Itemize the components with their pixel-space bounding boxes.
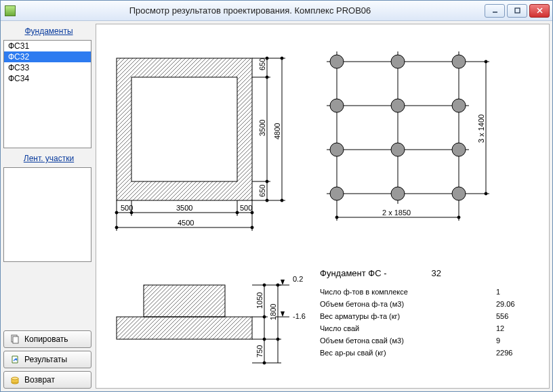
results-icon: [9, 354, 20, 365]
svg-point-63: [485, 192, 487, 195]
info-row: Число свай 12: [320, 324, 537, 332]
svg-rect-10: [131, 77, 237, 181]
list-item[interactable]: ФС33: [4, 62, 91, 73]
info-value: 12: [496, 324, 537, 332]
dim-side-r: 500: [240, 204, 252, 212]
dim-bot-gap: 650: [258, 185, 266, 197]
svg-point-33: [281, 57, 283, 60]
info-value: 1: [496, 288, 537, 296]
info-row: Вес ар-ры свай (кг) 2296: [320, 349, 537, 357]
info-label: Объем бетона ф-та (м3): [320, 300, 404, 308]
sidebar-spacer: [3, 265, 91, 328]
svg-point-34: [281, 199, 283, 202]
svg-point-44: [452, 55, 466, 68]
dim-outer-w: 4500: [178, 219, 194, 227]
svg-point-14: [115, 226, 118, 229]
copy-label: Копировать: [24, 334, 68, 344]
info-value: 556: [496, 312, 537, 320]
svg-point-19: [115, 211, 118, 214]
sec-top-lvl: 0.2: [293, 275, 303, 283]
foundations-list[interactable]: ФС31 ФС32 ФС33 ФС34: [3, 40, 91, 148]
info-label: Число свай: [320, 324, 359, 332]
lent-list[interactable]: [3, 167, 91, 262]
back-button[interactable]: Возврат: [3, 371, 91, 389]
svg-point-74: [263, 284, 266, 286]
info-title: Фундамент ФС - 32: [320, 268, 537, 278]
svg-rect-1: [515, 8, 520, 13]
minimize-icon: [491, 7, 499, 14]
info-row: Объем бетона ф-та (м3) 29.06: [320, 300, 537, 308]
list-item[interactable]: ФС31: [4, 41, 91, 51]
dim-side-l: 500: [121, 204, 133, 212]
svg-point-53: [452, 187, 466, 200]
svg-point-76: [263, 338, 266, 341]
info-row: Объем бетона свай (м3) 9: [320, 336, 537, 345]
sidebar: Фундаменты ФС31 ФС32 ФС33 ФС34 Лент. уча…: [3, 24, 93, 389]
svg-rect-64: [144, 285, 225, 317]
svg-point-8: [12, 377, 18, 380]
dim-outer-h: 4800: [273, 123, 281, 139]
maximize-icon: [514, 7, 521, 14]
minimize-button[interactable]: [485, 4, 505, 18]
info-title-prefix: Фундамент ФС -: [320, 268, 387, 278]
app-window: Просмотр результатов проектирования. Ком…: [0, 0, 553, 392]
svg-point-51: [330, 187, 344, 200]
sec-ground-lvl: -1.6: [293, 312, 306, 320]
info-value: 2296: [496, 349, 537, 357]
svg-point-30: [266, 76, 268, 79]
svg-point-52: [391, 187, 405, 200]
svg-point-31: [266, 180, 268, 183]
svg-point-49: [391, 143, 405, 156]
pile-y-dim: 3 x 1400: [477, 114, 485, 143]
titlebar: Просмотр результатов проектирования. Ком…: [1, 1, 552, 21]
svg-point-42: [330, 55, 344, 68]
info-value: 29.06: [496, 300, 537, 308]
close-icon: [536, 7, 544, 14]
svg-point-77: [263, 362, 266, 364]
dim-inner-h: 3500: [258, 120, 266, 136]
back-label: Возврат: [24, 375, 55, 385]
svg-point-57: [335, 216, 338, 219]
foundations-label[interactable]: Фундаменты: [3, 24, 91, 37]
svg-rect-5: [13, 336, 18, 343]
svg-point-75: [263, 315, 266, 318]
copy-button[interactable]: Копировать: [3, 330, 91, 348]
svg-point-45: [330, 99, 344, 112]
sec-bot: 750: [255, 345, 264, 357]
svg-point-47: [452, 99, 466, 112]
dim-inner-w: 3500: [176, 204, 192, 212]
app-icon: [5, 5, 16, 16]
dim-top-gap: 650: [258, 58, 266, 70]
svg-point-78: [276, 284, 279, 286]
svg-point-21: [236, 211, 239, 214]
sec-total: 1800: [269, 304, 277, 320]
svg-rect-65: [117, 317, 252, 339]
info-label: Объем бетона свай (м3): [320, 336, 404, 345]
info-label: Вес арматуры ф-та (кг): [320, 312, 400, 320]
copy-icon: [9, 334, 20, 345]
list-item[interactable]: ФС32: [4, 51, 91, 62]
svg-point-43: [391, 55, 405, 68]
svg-point-46: [391, 99, 405, 112]
info-row: Число ф-тов в комплексе 1: [320, 288, 537, 296]
maximize-button[interactable]: [507, 4, 527, 18]
svg-point-58: [457, 216, 460, 219]
svg-point-62: [485, 60, 487, 63]
pile-x-dim: 2 x 1850: [382, 209, 411, 217]
info-value: 9: [496, 336, 537, 345]
info-table: Фундамент ФС - 32 Число ф-тов в комплекс…: [320, 268, 537, 361]
svg-point-15: [251, 226, 253, 229]
back-icon: [9, 374, 20, 385]
results-button[interactable]: Результаты: [3, 351, 91, 368]
svg-point-32: [266, 199, 268, 202]
info-label: Число ф-тов в комплексе: [320, 288, 408, 296]
info-label: Вес ар-ры свай (кг): [320, 349, 386, 357]
close-button[interactable]: [529, 4, 550, 18]
sec-mid: 1050: [255, 292, 264, 309]
results-label: Результаты: [24, 355, 67, 364]
info-row: Вес арматуры ф-та (кг) 556: [320, 312, 537, 320]
window-buttons: [485, 4, 550, 18]
lent-label[interactable]: Лент. участки: [3, 151, 91, 165]
info-id: 32: [432, 268, 441, 278]
list-item[interactable]: ФС34: [4, 73, 91, 84]
